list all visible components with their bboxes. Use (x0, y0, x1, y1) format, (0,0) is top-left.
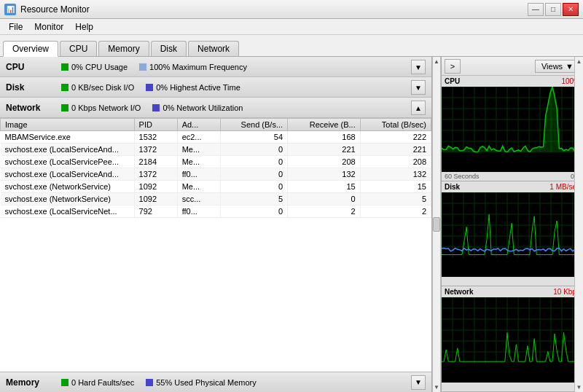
cell-recv: 208 (288, 156, 361, 168)
disk-section-header[interactable]: Disk 0 KB/sec Disk I/O 0% Highest Active… (0, 77, 431, 98)
network-chart-header: Network 10 Kbps (442, 286, 583, 297)
table-row[interactable]: svchost.exe (LocalServiceNet... 792 ff0.… (1, 205, 431, 218)
menu-monitor[interactable]: Monitor (28, 20, 69, 34)
right-toolbar: > Views ▼ (442, 57, 583, 76)
cell-recv: 0 (288, 193, 361, 205)
tab-disk[interactable]: Disk (151, 41, 187, 56)
nav-forward-button[interactable]: > (445, 59, 461, 74)
table-row[interactable]: svchost.exe (NetworkService) 1092 Me... … (1, 181, 431, 193)
network-expand-button[interactable]: ▲ (411, 101, 426, 115)
tab-network[interactable]: Network (188, 41, 239, 56)
disk-io-dot (61, 84, 69, 91)
cpu-title: CPU (6, 62, 50, 72)
cell-pid: 2184 (134, 156, 177, 168)
table-row[interactable]: svchost.exe (LocalServiceAnd... 1372 ff0… (1, 168, 431, 181)
cpu-canvas (442, 87, 575, 152)
cell-pid: 792 (134, 205, 177, 218)
network-table-container[interactable]: Image PID Ad... Send (B/s... Receive (B.… (0, 118, 431, 372)
disk-chart-area (442, 192, 583, 278)
cell-image: MBAMService.exe (1, 131, 135, 144)
maximize-button[interactable]: □ (545, 3, 561, 16)
cpu-freq-text: 100% Maximum Frequency (149, 63, 247, 71)
cell-pid: 1092 (134, 193, 177, 205)
views-button[interactable]: Views ▼ (535, 60, 580, 73)
cell-addr: ec2... (177, 131, 220, 144)
tab-memory[interactable]: Memory (98, 41, 149, 56)
right-scrollbar[interactable]: ▲ ▼ (574, 57, 583, 392)
cell-send: 0 (220, 144, 287, 156)
main-scrollbar[interactable]: ▲ ▼ (432, 57, 441, 392)
tab-overview[interactable]: Overview (3, 41, 58, 57)
cell-recv: 168 (288, 131, 361, 144)
right-scroll-up[interactable]: ▲ (576, 58, 582, 65)
cell-image: svchost.exe (LocalServiceAnd... (1, 168, 135, 181)
col-header-addr[interactable]: Ad... (177, 119, 220, 131)
cell-send: 5 (220, 193, 287, 205)
col-header-total[interactable]: Total (B/sec) (360, 119, 431, 131)
disk-active-status: 0% Highest Active Time (146, 83, 240, 92)
table-row[interactable]: svchost.exe (LocalServicePee... 2184 Me.… (1, 156, 431, 168)
cell-recv: 2 (288, 205, 361, 218)
scroll-up-arrow[interactable]: ▲ (434, 58, 439, 65)
memory-expand-button[interactable]: ▼ (411, 375, 426, 390)
memory-section-header[interactable]: Memory 0 Hard Faults/sec 55% Used Physic… (0, 372, 431, 392)
cell-total: 221 (360, 144, 431, 156)
disk-chart-footer: 0 (442, 277, 583, 286)
left-panel: CPU 0% CPU Usage 100% Maximum Frequency … (0, 57, 432, 392)
close-button[interactable]: ✕ (563, 3, 579, 16)
scroll-down-arrow[interactable]: ▼ (434, 384, 439, 391)
cpu-usage-text: 0% CPU Usage (71, 63, 128, 71)
cell-total: 2 (360, 205, 431, 218)
cell-pid: 1372 (134, 144, 177, 156)
cpu-chart-section: CPU 100% 60 Seconds 0% (442, 76, 583, 181)
title-bar: 📊 Resource Monitor — □ ✕ (0, 0, 583, 19)
cell-recv: 221 (288, 144, 361, 156)
network-util-dot (152, 104, 160, 111)
cell-image: svchost.exe (LocalServicePee... (1, 156, 135, 168)
cpu-status: 0% CPU Usage 100% Maximum Frequency (61, 63, 411, 71)
cpu-expand-button[interactable]: ▼ (411, 60, 426, 74)
cell-addr: Me... (177, 181, 220, 193)
network-util-status: 0% Network Utilization (152, 103, 243, 112)
cpu-usage-status: 0% CPU Usage (61, 63, 128, 71)
network-section-header[interactable]: Network 0 Kbps Network I/O 0% Network Ut… (0, 98, 431, 118)
disk-canvas (442, 192, 575, 258)
cell-image: svchost.exe (LocalServiceNet... (1, 205, 135, 218)
memory-status: 0 Hard Faults/sec 55% Used Physical Memo… (61, 378, 411, 387)
network-util-text: 0% Network Utilization (163, 103, 243, 112)
memory-title: Memory (6, 377, 50, 388)
main-layout: CPU 0% CPU Usage 100% Maximum Frequency … (0, 57, 583, 392)
disk-active-text: 0% Highest Active Time (156, 83, 240, 92)
table-row[interactable]: svchost.exe (NetworkService) 1092 scc...… (1, 193, 431, 205)
network-status: 0 Kbps Network I/O 0% Network Utilizatio… (61, 103, 411, 112)
right-scroll-down[interactable]: ▼ (576, 384, 582, 391)
col-header-send[interactable]: Send (B/s... (220, 119, 287, 131)
menu-help[interactable]: Help (69, 20, 99, 34)
col-header-recv[interactable]: Receive (B... (288, 119, 361, 131)
network-chart-area (442, 297, 583, 383)
menu-file[interactable]: File (3, 20, 28, 34)
network-table-body: MBAMService.exe 1532 ec2... 54 168 222 s… (1, 131, 431, 218)
views-label: Views (541, 62, 563, 71)
cpu-chart-area (442, 87, 583, 172)
cell-addr: Me... (177, 144, 220, 156)
cpu-section-header[interactable]: CPU 0% CPU Usage 100% Maximum Frequency … (0, 57, 431, 77)
table-row[interactable]: svchost.exe (LocalServiceAnd... 1372 Me.… (1, 144, 431, 156)
cpu-chart-footer: 60 Seconds 0% (442, 172, 583, 181)
disk-io-text: 0 KB/sec Disk I/O (71, 83, 134, 92)
col-header-pid[interactable]: PID (134, 119, 177, 131)
network-io-text: 0 Kbps Network I/O (71, 103, 141, 112)
network-table: Image PID Ad... Send (B/s... Receive (B.… (0, 118, 431, 218)
col-header-image[interactable]: Image (1, 119, 135, 131)
minimize-button[interactable]: — (528, 3, 544, 16)
tab-cpu[interactable]: CPU (60, 41, 97, 56)
disk-expand-button[interactable]: ▼ (411, 80, 426, 95)
disk-io-status: 0 KB/sec Disk I/O (61, 83, 134, 92)
cell-image: svchost.exe (NetworkService) (1, 181, 135, 193)
cell-total: 132 (360, 168, 431, 181)
memory-physical-dot (146, 379, 153, 386)
title-bar-left: 📊 Resource Monitor (4, 4, 90, 15)
cell-recv: 132 (288, 168, 361, 181)
table-row[interactable]: MBAMService.exe 1532 ec2... 54 168 222 (1, 131, 431, 144)
scroll-thumb[interactable] (433, 217, 440, 232)
